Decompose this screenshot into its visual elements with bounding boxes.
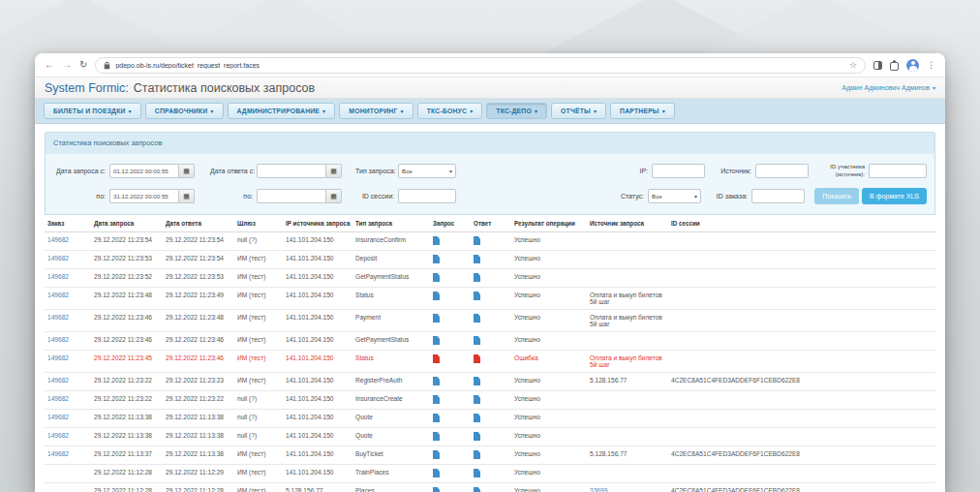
response-doc-icon[interactable] <box>474 336 480 345</box>
cell-session <box>668 269 935 288</box>
date-request-to-input[interactable] <box>109 189 179 203</box>
order-link[interactable]: 149682 <box>47 292 69 298</box>
request-doc-icon[interactable] <box>433 487 440 492</box>
response-doc-icon[interactable] <box>474 414 480 422</box>
nav-tab[interactable]: ТКС-ДЕПО <box>486 103 547 119</box>
calendar-icon[interactable] <box>179 164 195 178</box>
nav-tab[interactable]: ОТЧЁТЫ <box>551 103 606 119</box>
back-icon[interactable]: ← <box>45 60 54 70</box>
date-response-from-input[interactable] <box>257 164 326 178</box>
request-doc-icon[interactable] <box>433 395 440 404</box>
calendar-icon[interactable] <box>326 189 342 203</box>
cell-order <box>45 465 91 483</box>
response-doc-icon[interactable] <box>474 395 480 404</box>
calendar-icon[interactable] <box>179 189 195 203</box>
request-doc-icon[interactable] <box>433 354 440 363</box>
table-row: 14968229.12.2022 11:23:2229.12.2022 11:2… <box>45 373 935 391</box>
session-id-input[interactable] <box>398 189 456 203</box>
nav-tab[interactable]: ПАРТНЕРЫ <box>610 103 675 119</box>
cell-request <box>430 391 471 410</box>
response-doc-icon[interactable] <box>474 273 480 282</box>
order-link[interactable]: 149682 <box>47 432 69 439</box>
cell-result: Успешно <box>511 269 587 288</box>
cell-date-request: 29.12.2022 11:12:28 <box>91 483 163 492</box>
side-panel-icon[interactable] <box>873 61 882 70</box>
forward-icon[interactable]: → <box>62 60 72 70</box>
request-doc-icon[interactable] <box>433 314 440 323</box>
order-link[interactable]: 149682 <box>47 336 69 343</box>
order-link[interactable]: 149682 <box>47 236 69 243</box>
cell-request <box>430 232 471 251</box>
page-title: Статистика поисковых запросов <box>134 81 315 95</box>
cell-gateway: ИМ (тест) <box>234 465 283 483</box>
order-id-input[interactable] <box>751 189 805 203</box>
address-bar[interactable]: pdepo.ob-is.ru/depo/ticket_request_repor… <box>95 57 866 74</box>
source-input[interactable] <box>755 164 809 178</box>
participant-id-label-line1: ID участника <box>830 164 865 169</box>
column-header: Дата ответа <box>163 215 234 232</box>
browser-menu-icon[interactable]: ⋮ <box>927 60 935 70</box>
order-link[interactable]: 149682 <box>47 395 69 402</box>
response-doc-icon[interactable] <box>474 469 480 477</box>
extensions-icon[interactable] <box>890 62 899 71</box>
date-request-from-input[interactable] <box>109 164 179 178</box>
response-doc-icon[interactable] <box>474 377 480 385</box>
request-doc-icon[interactable] <box>433 377 440 385</box>
response-doc-icon[interactable] <box>474 432 480 441</box>
order-link[interactable]: 149682 <box>47 314 69 321</box>
request-doc-icon[interactable] <box>433 336 440 345</box>
cell-order: 149682 <box>45 251 91 269</box>
request-doc-icon[interactable] <box>433 432 440 441</box>
order-link[interactable]: 149682 <box>47 255 69 261</box>
response-doc-icon[interactable] <box>474 236 480 245</box>
request-doc-icon[interactable] <box>433 255 440 263</box>
calendar-icon[interactable] <box>326 164 342 178</box>
request-type-select[interactable]: Все <box>398 164 456 178</box>
nav-tab[interactable]: СПРАВОЧНИКИ <box>145 103 224 119</box>
cell-type: Payment <box>352 310 430 332</box>
requests-table-body: 14968229.12.2022 11:23:5429.12.2022 11:2… <box>45 232 935 492</box>
ip-input[interactable] <box>652 164 705 178</box>
response-doc-icon[interactable] <box>474 450 480 459</box>
response-doc-icon[interactable] <box>474 255 480 263</box>
column-header: Шлюз <box>234 215 283 232</box>
cell-response <box>471 288 511 310</box>
source-link[interactable]: 33699 <box>590 487 607 492</box>
order-link[interactable]: 149682 <box>47 450 69 457</box>
response-doc-icon[interactable] <box>474 292 480 300</box>
cell-response <box>471 232 511 251</box>
request-doc-icon[interactable] <box>433 414 440 422</box>
user-menu[interactable]: Админ Админович Админов <box>842 84 935 91</box>
reload-icon[interactable]: ↻ <box>79 60 87 70</box>
xls-export-button[interactable]: В формате XLS <box>862 188 927 204</box>
request-doc-icon[interactable] <box>433 273 440 282</box>
nav-tab[interactable]: БИЛЕТЫ И ПОЕЗДКИ <box>44 103 141 119</box>
nav-tab[interactable]: ТКС-БОНУС <box>417 103 483 119</box>
response-doc-icon[interactable] <box>474 487 480 492</box>
order-link[interactable]: 149682 <box>47 377 69 384</box>
cell-type: InsuranceConfirm <box>352 232 430 251</box>
nav-tab[interactable]: МОНИТОРИНГ <box>339 103 413 119</box>
response-doc-icon[interactable] <box>474 354 480 363</box>
order-link[interactable]: 149682 <box>47 414 69 420</box>
status-select[interactable]: Все <box>648 189 701 203</box>
profile-avatar[interactable] <box>906 59 919 72</box>
cell-source <box>587 410 668 428</box>
main-nav: БИЛЕТЫ И ПОЕЗДКИСПРАВОЧНИКИАДМИНИСТРИРОВ… <box>35 99 945 124</box>
cell-type: Quote <box>352 428 430 446</box>
nav-tab[interactable]: АДМИНИСТРИРОВАНИЕ <box>228 103 336 119</box>
request-doc-icon[interactable] <box>433 292 440 300</box>
table-row: 29.12.2022 11:12:2829.12.2022 11:12:28ИМ… <box>45 483 935 492</box>
response-doc-icon[interactable] <box>474 314 480 323</box>
show-button[interactable]: Показать <box>814 188 859 204</box>
order-link[interactable]: 149682 <box>47 273 69 280</box>
order-link[interactable]: 149682 <box>47 354 69 361</box>
participant-id-input[interactable] <box>869 164 927 178</box>
cell-result: Успешно <box>511 391 587 410</box>
date-response-to-input[interactable] <box>257 189 326 203</box>
chevron-down-icon <box>535 108 537 114</box>
request-doc-icon[interactable] <box>433 236 440 245</box>
request-doc-icon[interactable] <box>433 450 440 459</box>
request-doc-icon[interactable] <box>433 469 440 477</box>
bookmark-star-icon[interactable]: ☆ <box>849 61 857 70</box>
